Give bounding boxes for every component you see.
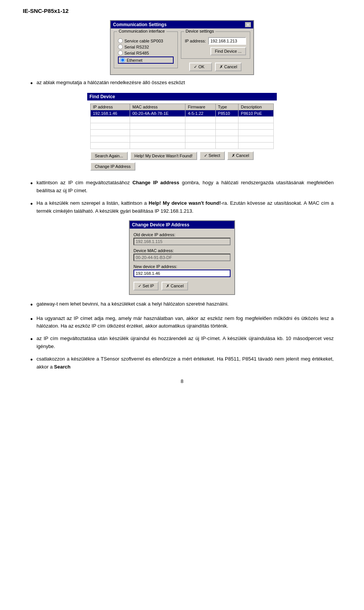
comm-settings-dialog: Communication Settings × Communication i…: [110, 20, 254, 75]
bullet-7: • csatlakozzon a készülékre a TSensor sz…: [30, 355, 334, 371]
bullet-icon-7: •: [30, 355, 33, 365]
cell-type: P8510: [215, 110, 238, 117]
col-firmware: Firmware: [185, 104, 215, 110]
col-description: Description: [238, 104, 274, 110]
cell-firmware: 4-5-1.22: [185, 110, 215, 117]
cell-description: P8610 PoE: [238, 110, 274, 117]
bullet-text-4: gateway-t nem lehet bevinni, ha a készül…: [36, 300, 229, 308]
change-ip-cancel-button[interactable]: ✗ Cancel: [162, 282, 188, 290]
old-ip-input: [133, 238, 231, 245]
col-mac: MAC address: [130, 104, 185, 110]
cell-ip: 192.168.1.46: [91, 110, 130, 117]
new-ip-input[interactable]: [133, 270, 231, 277]
find-device-dialog: Find Device IP address MAC address Firmw…: [87, 93, 277, 174]
bullet-1: • az ablak megmutatja a hálózatán rendel…: [30, 79, 334, 88]
bullet-icon-3: •: [30, 199, 33, 209]
radio-service-cable[interactable]: Service cable SP003: [118, 38, 174, 43]
bullet-3: • Ha a készülék nem szerepel a listán, k…: [30, 199, 334, 215]
bullet-text-7: csatlakozzon a készülékre a TSensor szof…: [36, 355, 334, 371]
bullet-text-3: Ha a készülék nem szerepel a listán, kat…: [36, 199, 334, 215]
table-row-empty-5: [91, 143, 274, 149]
table-row-empty-1: [91, 117, 274, 123]
find-device-cancel-button[interactable]: ✗ Cancel: [227, 151, 254, 160]
comm-close-button[interactable]: ×: [245, 22, 251, 27]
device-table: IP address MAC address Firmware Type Des…: [90, 103, 274, 149]
page-title: IE-SNC-P85x1-12: [23, 8, 341, 14]
change-ip-titlebar: Change Device IP Address: [130, 221, 234, 229]
table-row-empty-2: [91, 123, 274, 130]
comm-dialog-titlebar: Communication Settings ×: [111, 21, 253, 28]
bullet-text-5: Ha ugyanazt az IP címet adja meg, amely …: [36, 315, 334, 331]
set-ip-button[interactable]: ✓ Set IP: [133, 282, 158, 290]
bullet7-bold: Search: [54, 364, 71, 370]
bullet-icon-2: •: [30, 179, 33, 188]
bullet-2: • kattintson az IP cím megváltoztatásáho…: [30, 179, 334, 195]
col-ip: IP address: [91, 104, 130, 110]
table-row-empty-4: [91, 136, 274, 143]
find-device-titlebar: Find Device: [87, 93, 277, 100]
col-type: Type: [215, 104, 238, 110]
bullet-text-2: kattintson az IP cím megváltoztatásához …: [36, 179, 334, 195]
find-device-button[interactable]: Find Device ...: [210, 47, 246, 55]
bullet-icon-5: •: [30, 315, 33, 324]
new-ip-label: New device IP address:: [133, 264, 231, 269]
bullet-icon-4: •: [30, 300, 33, 310]
cell-mac: 00-20-4A-A8-78-1E: [130, 110, 185, 117]
bullet-5: • Ha ugyanazt az IP címet adja meg, amel…: [30, 315, 334, 331]
ip-address-input[interactable]: [208, 37, 246, 45]
table-row[interactable]: 192.168.1.46 00-20-4A-A8-78-1E 4-5-1.22 …: [91, 110, 274, 117]
page-number: 8: [23, 378, 341, 384]
comm-interface-section-title: Communication interface: [117, 29, 166, 33]
bullet-icon-6: •: [30, 335, 33, 344]
search-again-button[interactable]: Search Again...: [90, 152, 128, 160]
bullet-text-6: az IP cím megváltoztatása után készülék …: [36, 335, 334, 351]
change-ip-address-button[interactable]: Change IP Address: [90, 162, 135, 171]
bullet3-bold: Help! My device wasn't found!: [149, 200, 221, 206]
bullet-text-1: az ablak megmutatja a hálózatán rendelke…: [36, 79, 185, 87]
radio-serial-rs485[interactable]: Serial RS485: [118, 50, 174, 55]
ip-address-label: IP address:: [185, 39, 206, 43]
radio-serial-rs232[interactable]: Serial RS232: [118, 44, 174, 49]
device-settings-section-title: Device settings: [184, 29, 216, 33]
mac-label: Device MAC address:: [133, 248, 231, 253]
comm-dialog-title: Communication Settings: [113, 22, 166, 27]
bullet-4: • gateway-t nem lehet bevinni, ha a kész…: [30, 300, 334, 310]
bullet3-before: Ha a készülék nem szerepel a listán, kat…: [36, 200, 149, 206]
radio-ethernet[interactable]: Ethernet: [118, 56, 174, 64]
table-row-empty-3: [91, 130, 274, 136]
change-ip-dialog: Change Device IP Address Old device IP a…: [129, 220, 235, 295]
help-not-found-button[interactable]: Help! My Device Wasn't Found!: [130, 152, 197, 160]
old-ip-label: Old device IP address:: [133, 232, 231, 237]
ok-button[interactable]: ✓ OK: [189, 63, 212, 71]
bullet-6: • az IP cím megváltoztatása után készülé…: [30, 335, 334, 351]
bullet7-before: csatlakozzon a készülékre a TSensor szof…: [36, 356, 334, 370]
bullet2-before: kattintson az IP cím megváltoztatásához: [36, 180, 132, 185]
bullet-icon-1: •: [30, 79, 33, 88]
mac-input: [133, 254, 231, 261]
select-button[interactable]: ✓ Select: [199, 151, 225, 160]
bullet2-bold: Change IP address: [132, 180, 179, 185]
cancel-button[interactable]: ✗ Cancel: [215, 63, 242, 71]
